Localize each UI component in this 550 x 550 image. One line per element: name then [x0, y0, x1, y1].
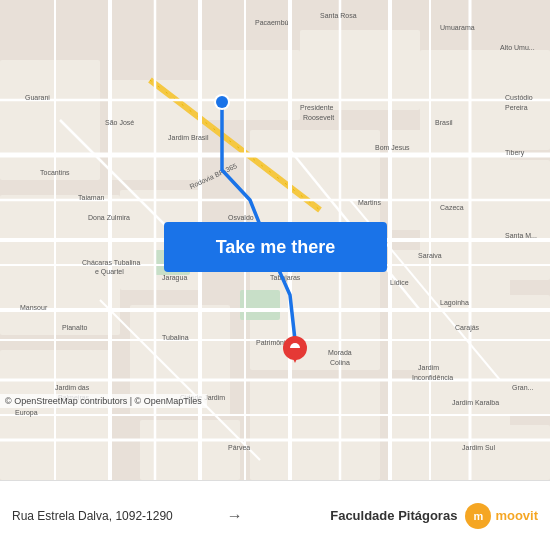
svg-rect-5: [200, 50, 300, 120]
map-container: Santa Rosa Umuarama Alto Umu... Custódio…: [0, 0, 550, 480]
svg-text:Mansour: Mansour: [20, 304, 48, 311]
footer-arrow-icon: →: [227, 507, 243, 525]
svg-text:Morada: Morada: [328, 349, 352, 356]
svg-text:São José: São José: [105, 119, 134, 126]
svg-text:Custódio: Custódio: [505, 94, 533, 101]
svg-text:Tubalina: Tubalina: [162, 334, 189, 341]
svg-point-96: [216, 96, 228, 108]
svg-text:Osvaldo: Osvaldo: [228, 214, 254, 221]
svg-text:Martins: Martins: [358, 199, 381, 206]
svg-text:Presidente: Presidente: [300, 104, 334, 111]
svg-text:Taiaman: Taiaman: [78, 194, 105, 201]
map-attribution: © OpenStreetMap contributors | © OpenMap…: [0, 394, 207, 408]
svg-text:Umuarama: Umuarama: [440, 24, 475, 31]
svg-text:Jardim das: Jardim das: [55, 384, 90, 391]
svg-rect-19: [390, 380, 510, 480]
footer-destination: Faculdade Pitágoras: [251, 508, 458, 523]
moovit-logo: m moovit: [465, 503, 538, 529]
moovit-icon: m: [465, 503, 491, 529]
svg-text:Gran...: Gran...: [512, 384, 533, 391]
svg-text:Jardim Brasil: Jardim Brasil: [168, 134, 209, 141]
svg-rect-6: [300, 30, 420, 110]
svg-text:Planalto: Planalto: [62, 324, 87, 331]
svg-text:Pereira: Pereira: [505, 104, 528, 111]
svg-text:e Quartel: e Quartel: [95, 268, 124, 276]
svg-text:Tocantins: Tocantins: [40, 169, 70, 176]
svg-text:Carajás: Carajás: [455, 324, 480, 332]
svg-text:Cazeca: Cazeca: [440, 204, 464, 211]
svg-text:Saraiva: Saraiva: [418, 252, 442, 259]
svg-rect-16: [250, 380, 380, 480]
svg-text:Jaragua: Jaragua: [162, 274, 187, 282]
svg-text:Roosevelt: Roosevelt: [303, 114, 334, 121]
attribution-text: © OpenStreetMap contributors | © OpenMap…: [5, 396, 202, 406]
svg-text:Lagoinha: Lagoinha: [440, 299, 469, 307]
svg-text:Dona Zulmira: Dona Zulmira: [88, 214, 130, 221]
svg-text:Jardim Karalba: Jardim Karalba: [452, 399, 499, 406]
svg-text:Brasil: Brasil: [435, 119, 453, 126]
svg-text:Jardim Sul: Jardim Sul: [462, 444, 496, 451]
svg-text:Inconfidência: Inconfidência: [412, 374, 453, 381]
svg-text:Tibery: Tibery: [505, 149, 525, 157]
svg-text:Jardim: Jardim: [418, 364, 439, 371]
svg-text:Europa: Europa: [15, 409, 38, 417]
svg-text:Colina: Colina: [330, 359, 350, 366]
footer-bar: Rua Estrela Dalva, 1092-1290 → Faculdade…: [0, 480, 550, 550]
moovit-text: moovit: [495, 508, 538, 523]
svg-text:Pacaembú: Pacaembú: [255, 19, 289, 26]
svg-rect-1: [0, 60, 100, 180]
svg-text:Lídice: Lídice: [390, 279, 409, 286]
svg-text:Párvea: Párvea: [228, 444, 250, 451]
svg-text:Alto Umu...: Alto Umu...: [500, 44, 535, 51]
svg-text:Guarani: Guarani: [25, 94, 50, 101]
svg-text:Santa M...: Santa M...: [505, 232, 537, 239]
svg-text:Chácaras Tubalina: Chácaras Tubalina: [82, 259, 140, 266]
footer-origin: Rua Estrela Dalva, 1092-1290: [12, 509, 219, 523]
svg-text:Santa Rosa: Santa Rosa: [320, 12, 357, 19]
svg-text:Bom Jesus: Bom Jesus: [375, 144, 410, 151]
take-me-there-button[interactable]: Take me there: [164, 222, 387, 272]
